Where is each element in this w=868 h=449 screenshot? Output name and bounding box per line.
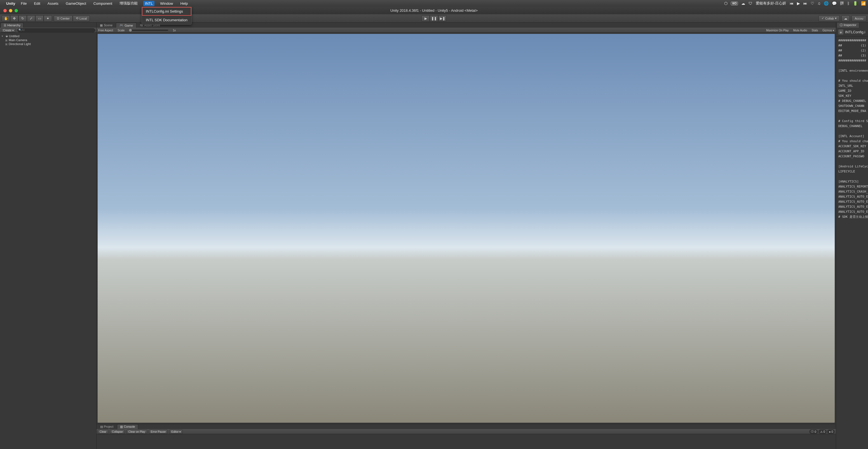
- unity-hub-icon[interactable]: ⬡: [724, 1, 727, 6]
- console-clear-on-play[interactable]: Clear on Play: [126, 430, 147, 434]
- menu-file[interactable]: File: [19, 1, 29, 6]
- console-error-pause[interactable]: Error Pause: [149, 430, 167, 434]
- file-icon: ⬙: [838, 29, 843, 34]
- scale-tool[interactable]: ⤢: [27, 16, 35, 22]
- menu-component[interactable]: Component: [92, 1, 114, 6]
- aspect-dropdown[interactable]: Free Aspect: [98, 29, 113, 32]
- pause-button[interactable]: ❚❚: [430, 16, 438, 22]
- menu-gameobject[interactable]: GameObject: [64, 1, 88, 6]
- bluetooth-icon[interactable]: ᛒ: [847, 1, 849, 6]
- unity-toolbar: ✋ ✥ ↻ ⤢ ▭ ✦ ⊡ Center ⟲ Local ▶ ❚❚ ▶❚ ✓ C…: [0, 14, 868, 23]
- now-playing[interactable]: 爱能有多好-庄心妍: [756, 1, 786, 6]
- cloud-button[interactable]: ☁: [841, 16, 850, 22]
- menuitem-intlconfig-settings[interactable]: INTLConfig.ini Settings: [142, 7, 191, 16]
- console-collapse[interactable]: Collapse: [110, 430, 125, 434]
- battery-icon[interactable]: 🔋: [853, 1, 858, 6]
- menubar-right: ⬡ WD ☁ 🛡 爱能有多好-庄心妍 ⏮ ▶ ⏭ ♡ ♫ 🌐 💬 拼 ᛒ 🔋 📶: [724, 1, 866, 6]
- account-button[interactable]: Accou: [851, 16, 866, 22]
- macos-menubar: Unity File Edit Assets GameObject Compon…: [0, 0, 868, 7]
- console-editor[interactable]: Editor ▾: [169, 430, 183, 434]
- hierarchy-item[interactable]: ▣ Directional Light: [0, 42, 96, 46]
- console-clear[interactable]: Clear: [98, 430, 108, 434]
- window-close-button[interactable]: [3, 9, 7, 12]
- play-button[interactable]: ▶: [422, 16, 430, 22]
- rotate-tool[interactable]: ↻: [19, 16, 27, 22]
- pivot-center-toggle[interactable]: ⊡ Center: [54, 16, 73, 22]
- hierarchy-create-button[interactable]: Create ▾: [1, 28, 16, 32]
- opt-gizmos[interactable]: Gizmos ▾: [823, 29, 834, 32]
- intl-dropdown: INTLConfig.ini Settings INTL SDK Documen…: [142, 7, 192, 25]
- game-render: [98, 34, 835, 423]
- window-title: Unity 2018.4.36f1 - Untitled - Unity5 - …: [390, 8, 478, 12]
- scale-slider[interactable]: [129, 30, 168, 31]
- next-track-icon[interactable]: ⏭: [803, 1, 807, 6]
- unity-logo-icon: ⬙: [6, 34, 8, 38]
- move-tool[interactable]: ✥: [10, 16, 19, 22]
- tab-hierarchy[interactable]: ☰ Hierarchy: [1, 23, 24, 28]
- prev-track-icon[interactable]: ⏮: [789, 1, 794, 6]
- menu-help[interactable]: Help: [179, 1, 190, 6]
- inspector-filename: INTLConfig.i: [845, 30, 865, 34]
- hierarchy-search-input[interactable]: All: [17, 28, 95, 32]
- input-method-icon[interactable]: 拼: [840, 1, 844, 6]
- collab-button[interactable]: ✓ Collab ▾: [818, 16, 840, 22]
- error-count[interactable]: ● 0: [827, 429, 835, 434]
- wd-icon[interactable]: WD: [731, 2, 738, 5]
- globe-icon[interactable]: 🌐: [824, 1, 829, 6]
- scene-name[interactable]: Untitled: [9, 34, 19, 38]
- menu-assets[interactable]: Assets: [46, 1, 60, 6]
- gameobject-icon: ▣: [5, 39, 7, 42]
- heart-icon[interactable]: ♡: [811, 1, 814, 6]
- chat-icon[interactable]: 💬: [832, 1, 837, 6]
- game-view[interactable]: [96, 33, 836, 424]
- app-name[interactable]: Unity: [6, 1, 16, 6]
- console-body: [96, 434, 836, 449]
- opt-mute[interactable]: Mute Audio: [793, 29, 807, 32]
- tab-console[interactable]: ▥ Console: [117, 424, 138, 429]
- window-minimize-button[interactable]: [9, 9, 12, 12]
- shield-icon[interactable]: 🛡: [748, 1, 752, 6]
- warn-count[interactable]: ⚠ 0: [818, 429, 827, 434]
- transform-tool[interactable]: ✦: [44, 16, 52, 22]
- opt-maximize[interactable]: Maximize On Play: [766, 29, 789, 32]
- scale-value: 1x: [173, 29, 176, 32]
- window-titlebar: Unity 2018.4.36f1 - Untitled - Unity5 - …: [0, 7, 868, 14]
- wifi-icon[interactable]: 📶: [861, 1, 866, 6]
- hierarchy-tree: ▾⬙ Untitled ▣ Main Camera ▣ Directional …: [0, 33, 96, 449]
- wechat-icon[interactable]: ☁: [741, 1, 745, 6]
- window-maximize-button[interactable]: [14, 9, 18, 12]
- menu-enhanced[interactable]: 增强版功能: [118, 0, 140, 6]
- opt-stats[interactable]: Stats: [812, 29, 818, 32]
- scale-label: Scale: [118, 29, 125, 32]
- hierarchy-item[interactable]: ▣ Main Camera: [0, 38, 96, 42]
- menu-intl[interactable]: INTL: [143, 1, 154, 6]
- lyrics-icon[interactable]: ♫: [818, 1, 821, 6]
- hand-tool[interactable]: ✋: [2, 16, 10, 22]
- ini-text-content: ############### ## (1) The ke ## (2) if …: [836, 36, 868, 221]
- gameobject-icon: ▣: [5, 42, 7, 46]
- tab-project[interactable]: ▤ Project: [97, 424, 116, 429]
- menuitem-intl-sdk-docs[interactable]: INTL SDK Documentation: [142, 16, 191, 24]
- info-count[interactable]: ⓘ 0: [809, 429, 818, 434]
- tab-inspector[interactable]: ⓘ Inspector: [837, 23, 859, 28]
- step-button[interactable]: ▶❚: [438, 16, 446, 22]
- tab-scene[interactable]: ▦ Scene: [96, 23, 116, 28]
- menu-edit[interactable]: Edit: [32, 1, 42, 6]
- tab-game[interactable]: 🎮 Game: [116, 23, 136, 28]
- local-global-toggle[interactable]: ⟲ Local: [73, 16, 90, 22]
- rect-tool[interactable]: ▭: [35, 16, 44, 22]
- play-icon[interactable]: ▶: [797, 1, 800, 6]
- menu-window[interactable]: Window: [158, 1, 175, 6]
